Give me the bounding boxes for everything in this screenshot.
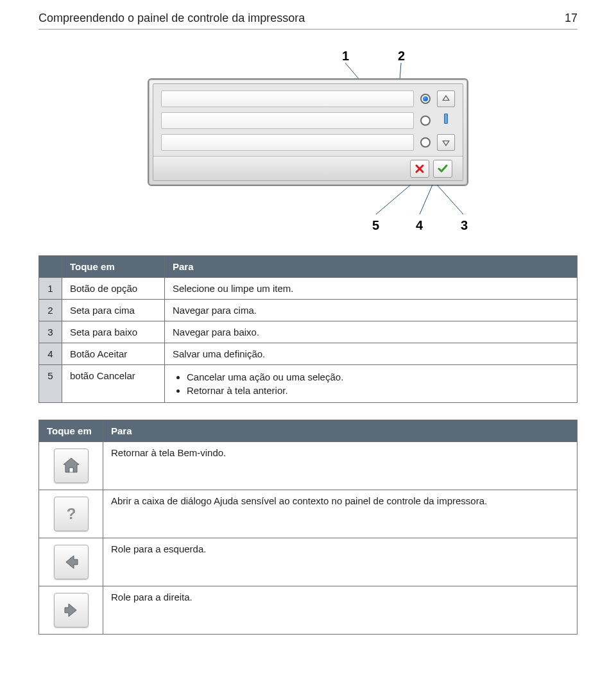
list-row (161, 134, 414, 151)
printer-panel-figure (148, 78, 468, 186)
control-name: botão Cancelar (62, 365, 165, 403)
scroll-handle-icon[interactable] (444, 114, 448, 124)
table1-head-for: Para (165, 256, 578, 278)
list-row (161, 112, 414, 129)
option-radio-icon[interactable] (420, 115, 431, 126)
page-number: 17 (565, 12, 578, 25)
help-icon: ? (61, 504, 81, 524)
page-header: Compreendendo o painel de controle da im… (38, 0, 578, 30)
icon-cell: ? (39, 490, 103, 538)
control-name: Seta para baixo (62, 321, 165, 343)
control-desc: Navegar para baixo. (165, 321, 578, 343)
svg-rect-5 (69, 468, 73, 472)
table-row-num: 4 (39, 343, 62, 365)
table2-head-touch: Toque em (39, 420, 103, 442)
option-radio-selected-icon[interactable] (420, 94, 431, 104)
arrow-down-button[interactable] (437, 134, 455, 151)
svg-text:?: ? (66, 505, 76, 522)
callout-3: 3 (461, 218, 468, 233)
arrow-right-icon (61, 600, 81, 620)
callout-5: 5 (372, 218, 379, 233)
table-row-num: 2 (39, 300, 62, 321)
control-desc: Navegar para cima. (165, 300, 578, 321)
cross-icon (415, 164, 425, 174)
arrow-up-button[interactable] (437, 90, 455, 107)
control-name: Botão Aceitar (62, 343, 165, 365)
icons-table: Toque em Para Retornar à tela Bem-vindo. (38, 420, 578, 635)
icon-cell (39, 538, 103, 586)
check-icon (438, 164, 448, 174)
callout-4: 4 (416, 218, 423, 233)
icon-desc: Role para a esquerda. (103, 538, 578, 586)
table-row-num: 3 (39, 321, 62, 343)
control-name: Seta para cima (62, 300, 165, 321)
scroll-left-button[interactable] (54, 545, 89, 579)
control-desc: Cancelar uma ação ou uma seleção. Retorn… (165, 365, 578, 403)
accept-button[interactable] (433, 160, 452, 178)
icon-desc: Abrir a caixa de diálogo Ajuda sensível … (103, 490, 578, 538)
home-icon (61, 456, 81, 476)
icon-cell (39, 442, 103, 490)
header-title: Compreendendo o painel de controle da im… (38, 12, 305, 25)
controls-table: Toque em Para 1 Botão de opção Selecione… (38, 255, 578, 403)
icon-desc: Role para a direita. (103, 586, 578, 635)
control-desc: Salvar uma definição. (165, 343, 578, 365)
cancel-bullet-1: Cancelar uma ação ou uma seleção. (187, 370, 569, 384)
cancel-button[interactable] (410, 160, 429, 178)
table1-head-touch: Toque em (62, 256, 165, 278)
arrow-left-icon (61, 552, 81, 572)
scroll-right-button[interactable] (54, 593, 89, 627)
cancel-bullet-2: Retornar à tela anterior. (187, 384, 569, 397)
home-button[interactable] (54, 448, 89, 483)
control-desc: Selecione ou limpe um item. (165, 278, 578, 300)
list-row (161, 90, 414, 107)
table-row-num: 1 (39, 278, 62, 300)
table-row-num: 5 (39, 365, 62, 403)
icon-desc: Retornar à tela Bem-vindo. (103, 442, 578, 490)
table2-head-for: Para (103, 420, 578, 442)
help-button[interactable]: ? (54, 497, 89, 531)
control-name: Botão de opção (62, 278, 165, 300)
option-radio-icon[interactable] (420, 137, 431, 148)
icon-cell (39, 586, 103, 635)
